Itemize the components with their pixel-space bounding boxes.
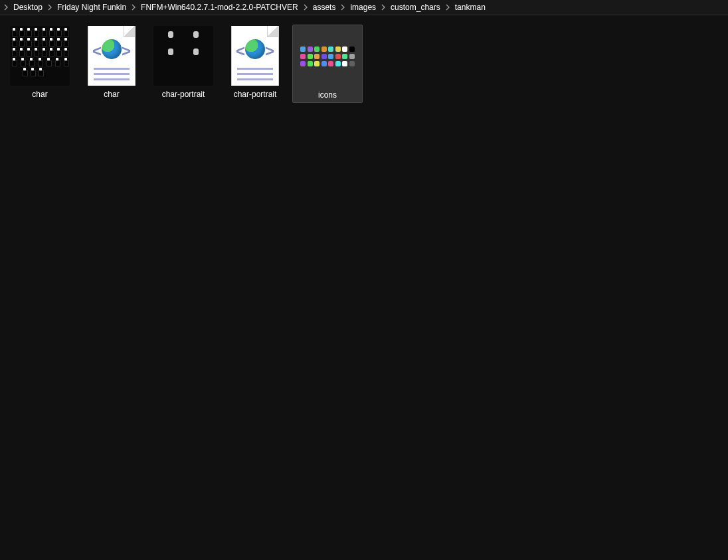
file-item[interactable]: icons: [292, 25, 363, 103]
file-item[interactable]: char-portrait: [149, 25, 218, 102]
file-item[interactable]: < > char: [77, 25, 146, 102]
file-label: char-portrait: [149, 90, 218, 99]
chevron-right-icon: [338, 4, 347, 11]
file-thumbnail: < >: [82, 26, 141, 86]
breadcrumb-segment[interactable]: tankman: [452, 0, 488, 15]
chevron-right-icon: [443, 4, 452, 11]
xml-document-icon: < >: [231, 26, 279, 86]
chevron-right-icon: [301, 4, 310, 11]
breadcrumb-segment[interactable]: FNFM+Win640.2.7.1-mod-2.2.0-PATCHVER: [138, 0, 301, 15]
breadcrumb: Desktop Friday Night Funkin FNFM+Win640.…: [0, 0, 728, 15]
file-label: char: [5, 90, 74, 99]
chevron-right-icon: [379, 4, 388, 11]
file-item[interactable]: char: [5, 25, 74, 102]
xml-document-icon: < >: [88, 26, 136, 86]
file-grid: char < > char char-portrait: [0, 15, 728, 108]
file-label: icons: [293, 90, 362, 100]
file-item[interactable]: < > char-portrait: [221, 25, 290, 102]
file-label: char: [77, 90, 146, 99]
breadcrumb-segment[interactable]: images: [347, 0, 379, 15]
file-thumbnail: [10, 26, 70, 86]
chevron-right-icon: [1, 4, 11, 11]
file-thumbnail: [153, 26, 213, 86]
chevron-right-icon: [45, 4, 54, 11]
breadcrumb-segment[interactable]: Desktop: [11, 0, 45, 15]
chevron-right-icon: [129, 4, 138, 11]
file-thumbnail: < >: [225, 26, 285, 86]
file-label: char-portrait: [221, 90, 290, 99]
portrait-image-icon: [153, 26, 213, 86]
breadcrumb-segment[interactable]: Friday Night Funkin: [54, 0, 129, 15]
icons-image-icon: [298, 38, 357, 75]
breadcrumb-segment[interactable]: custom_chars: [388, 0, 443, 15]
file-thumbnail: [298, 27, 357, 86]
spritesheet-icon: [10, 26, 70, 86]
breadcrumb-segment[interactable]: assets: [310, 0, 339, 15]
